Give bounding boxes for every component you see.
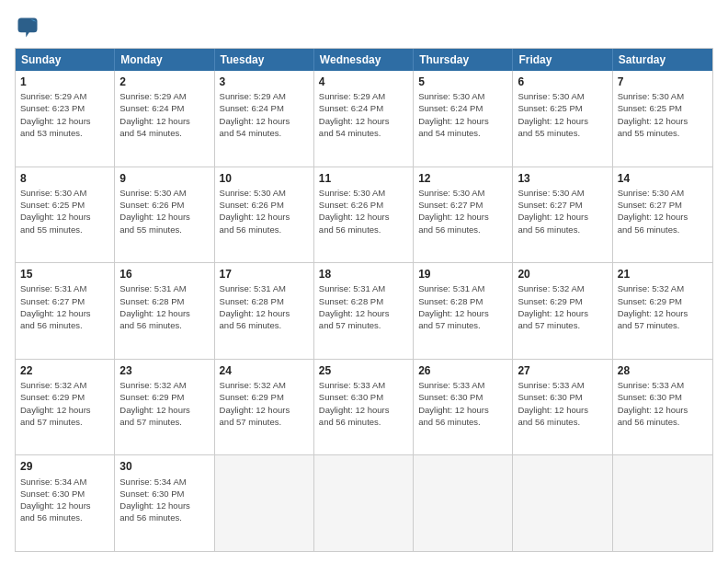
day-number: 9 bbox=[119, 171, 209, 186]
day-number: 28 bbox=[618, 363, 708, 378]
day-info: Sunrise: 5:32 AM Sunset: 6:29 PM Dayligh… bbox=[20, 379, 109, 428]
header-day-sunday: Sunday bbox=[16, 49, 115, 71]
day-info: Sunrise: 5:33 AM Sunset: 6:30 PM Dayligh… bbox=[618, 379, 708, 428]
day-info: Sunrise: 5:31 AM Sunset: 6:27 PM Dayligh… bbox=[20, 282, 109, 331]
day-number: 29 bbox=[20, 459, 109, 474]
day-info: Sunrise: 5:32 AM Sunset: 6:29 PM Dayligh… bbox=[220, 379, 309, 428]
day-cell-27: 27Sunrise: 5:33 AM Sunset: 6:30 PM Dayli… bbox=[513, 360, 612, 455]
day-cell-18: 18Sunrise: 5:31 AM Sunset: 6:28 PM Dayli… bbox=[314, 263, 414, 359]
day-cell-7: 7Sunrise: 5:30 AM Sunset: 6:25 PM Daylig… bbox=[613, 71, 712, 167]
day-number: 20 bbox=[518, 267, 607, 282]
day-cell-19: 19Sunrise: 5:31 AM Sunset: 6:28 PM Dayli… bbox=[414, 263, 513, 359]
day-info: Sunrise: 5:31 AM Sunset: 6:28 PM Dayligh… bbox=[319, 282, 408, 331]
day-cell-2: 2Sunrise: 5:29 AM Sunset: 6:24 PM Daylig… bbox=[115, 71, 214, 167]
day-cell-6: 6Sunrise: 5:30 AM Sunset: 6:25 PM Daylig… bbox=[513, 71, 612, 167]
header-day-tuesday: Tuesday bbox=[215, 49, 314, 71]
day-cell-23: 23Sunrise: 5:32 AM Sunset: 6:29 PM Dayli… bbox=[115, 360, 214, 455]
day-cell-10: 10Sunrise: 5:30 AM Sunset: 6:26 PM Dayli… bbox=[215, 167, 314, 263]
day-number: 18 bbox=[319, 267, 408, 282]
empty-cell bbox=[414, 455, 513, 551]
header-day-friday: Friday bbox=[513, 49, 612, 71]
day-info: Sunrise: 5:33 AM Sunset: 6:30 PM Dayligh… bbox=[418, 379, 507, 428]
day-number: 6 bbox=[518, 75, 607, 89]
day-info: Sunrise: 5:30 AM Sunset: 6:26 PM Dayligh… bbox=[119, 187, 209, 236]
day-info: Sunrise: 5:31 AM Sunset: 6:28 PM Dayligh… bbox=[119, 282, 209, 331]
calendar-week-4: 22Sunrise: 5:32 AM Sunset: 6:29 PM Dayli… bbox=[16, 359, 712, 455]
day-info: Sunrise: 5:31 AM Sunset: 6:28 PM Dayligh… bbox=[418, 282, 507, 331]
calendar-header: SundayMondayTuesdayWednesdayThursdayFrid… bbox=[16, 49, 712, 71]
day-cell-12: 12Sunrise: 5:30 AM Sunset: 6:27 PM Dayli… bbox=[414, 167, 513, 263]
day-info: Sunrise: 5:32 AM Sunset: 6:29 PM Dayligh… bbox=[518, 282, 607, 331]
day-number: 19 bbox=[418, 267, 507, 282]
day-info: Sunrise: 5:34 AM Sunset: 6:30 PM Dayligh… bbox=[20, 476, 109, 524]
logo bbox=[15, 15, 44, 40]
day-info: Sunrise: 5:29 AM Sunset: 6:24 PM Dayligh… bbox=[119, 90, 209, 139]
day-number: 2 bbox=[119, 75, 209, 89]
day-cell-28: 28Sunrise: 5:33 AM Sunset: 6:30 PM Dayli… bbox=[613, 360, 712, 455]
day-info: Sunrise: 5:30 AM Sunset: 6:27 PM Dayligh… bbox=[618, 187, 708, 236]
calendar: SundayMondayTuesdayWednesdayThursdayFrid… bbox=[15, 48, 713, 552]
day-info: Sunrise: 5:30 AM Sunset: 6:27 PM Dayligh… bbox=[518, 187, 607, 236]
day-number: 11 bbox=[319, 171, 408, 186]
day-cell-30: 30Sunrise: 5:34 AM Sunset: 6:30 PM Dayli… bbox=[115, 455, 214, 551]
calendar-body: 1Sunrise: 5:29 AM Sunset: 6:23 PM Daylig… bbox=[16, 71, 712, 551]
day-number: 7 bbox=[618, 75, 708, 89]
day-number: 1 bbox=[20, 75, 109, 89]
empty-cell bbox=[613, 455, 712, 551]
day-cell-20: 20Sunrise: 5:32 AM Sunset: 6:29 PM Dayli… bbox=[513, 263, 612, 359]
day-cell-15: 15Sunrise: 5:31 AM Sunset: 6:27 PM Dayli… bbox=[16, 263, 115, 359]
day-info: Sunrise: 5:29 AM Sunset: 6:23 PM Dayligh… bbox=[20, 90, 109, 139]
day-cell-4: 4Sunrise: 5:29 AM Sunset: 6:24 PM Daylig… bbox=[314, 71, 414, 167]
day-info: Sunrise: 5:30 AM Sunset: 6:26 PM Dayligh… bbox=[220, 187, 309, 236]
day-cell-5: 5Sunrise: 5:30 AM Sunset: 6:24 PM Daylig… bbox=[414, 71, 513, 167]
day-number: 30 bbox=[119, 459, 209, 474]
day-cell-21: 21Sunrise: 5:32 AM Sunset: 6:29 PM Dayli… bbox=[613, 263, 712, 359]
day-number: 15 bbox=[20, 267, 109, 282]
day-cell-16: 16Sunrise: 5:31 AM Sunset: 6:28 PM Dayli… bbox=[115, 263, 214, 359]
header-day-saturday: Saturday bbox=[613, 49, 712, 71]
day-info: Sunrise: 5:29 AM Sunset: 6:24 PM Dayligh… bbox=[319, 90, 408, 139]
day-number: 12 bbox=[418, 171, 507, 186]
day-number: 25 bbox=[319, 363, 408, 378]
day-info: Sunrise: 5:30 AM Sunset: 6:25 PM Dayligh… bbox=[20, 187, 109, 236]
header-day-monday: Monday bbox=[115, 49, 214, 71]
day-number: 3 bbox=[220, 75, 309, 89]
day-info: Sunrise: 5:30 AM Sunset: 6:25 PM Dayligh… bbox=[518, 90, 607, 139]
day-number: 5 bbox=[418, 75, 507, 89]
day-cell-8: 8Sunrise: 5:30 AM Sunset: 6:25 PM Daylig… bbox=[16, 167, 115, 263]
day-info: Sunrise: 5:31 AM Sunset: 6:28 PM Dayligh… bbox=[220, 282, 309, 331]
day-cell-11: 11Sunrise: 5:30 AM Sunset: 6:26 PM Dayli… bbox=[314, 167, 414, 263]
day-cell-24: 24Sunrise: 5:32 AM Sunset: 6:29 PM Dayli… bbox=[215, 360, 314, 455]
day-cell-9: 9Sunrise: 5:30 AM Sunset: 6:26 PM Daylig… bbox=[115, 167, 214, 263]
day-number: 17 bbox=[220, 267, 309, 282]
day-number: 22 bbox=[20, 363, 109, 378]
day-number: 21 bbox=[618, 267, 708, 282]
day-info: Sunrise: 5:32 AM Sunset: 6:29 PM Dayligh… bbox=[618, 282, 708, 331]
day-cell-1: 1Sunrise: 5:29 AM Sunset: 6:23 PM Daylig… bbox=[16, 71, 115, 167]
day-cell-25: 25Sunrise: 5:33 AM Sunset: 6:30 PM Dayli… bbox=[314, 360, 414, 455]
empty-cell bbox=[215, 455, 314, 551]
day-number: 16 bbox=[119, 267, 209, 282]
day-number: 23 bbox=[119, 363, 209, 378]
day-number: 10 bbox=[220, 171, 309, 186]
day-info: Sunrise: 5:34 AM Sunset: 6:30 PM Dayligh… bbox=[119, 476, 209, 524]
day-info: Sunrise: 5:32 AM Sunset: 6:29 PM Dayligh… bbox=[119, 379, 209, 428]
day-number: 4 bbox=[319, 75, 408, 89]
day-number: 13 bbox=[518, 171, 607, 186]
calendar-week-5: 29Sunrise: 5:34 AM Sunset: 6:30 PM Dayli… bbox=[16, 454, 712, 551]
calendar-week-3: 15Sunrise: 5:31 AM Sunset: 6:27 PM Dayli… bbox=[16, 262, 712, 359]
day-info: Sunrise: 5:33 AM Sunset: 6:30 PM Dayligh… bbox=[319, 379, 408, 428]
day-cell-29: 29Sunrise: 5:34 AM Sunset: 6:30 PM Dayli… bbox=[16, 455, 115, 551]
day-cell-17: 17Sunrise: 5:31 AM Sunset: 6:28 PM Dayli… bbox=[215, 263, 314, 359]
day-number: 24 bbox=[220, 363, 309, 378]
day-cell-13: 13Sunrise: 5:30 AM Sunset: 6:27 PM Dayli… bbox=[513, 167, 612, 263]
empty-cell bbox=[513, 455, 612, 551]
header-day-wednesday: Wednesday bbox=[314, 49, 414, 71]
day-cell-14: 14Sunrise: 5:30 AM Sunset: 6:27 PM Dayli… bbox=[613, 167, 712, 263]
empty-cell bbox=[314, 455, 414, 551]
day-number: 14 bbox=[618, 171, 708, 186]
day-number: 27 bbox=[518, 363, 607, 378]
day-cell-26: 26Sunrise: 5:33 AM Sunset: 6:30 PM Dayli… bbox=[414, 360, 513, 455]
day-info: Sunrise: 5:30 AM Sunset: 6:25 PM Dayligh… bbox=[618, 90, 708, 139]
day-number: 26 bbox=[418, 363, 507, 378]
